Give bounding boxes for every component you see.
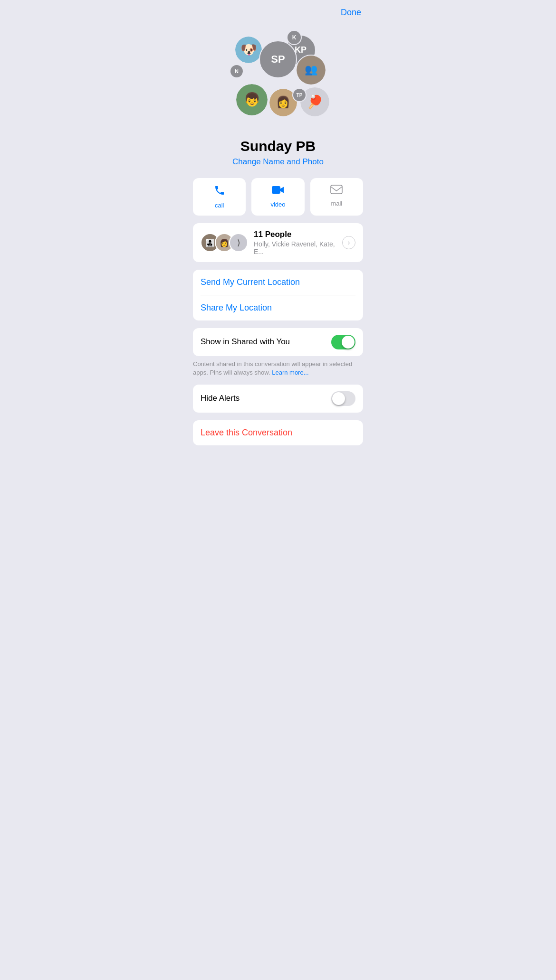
video-icon bbox=[271, 185, 285, 198]
leave-conversation-card: Leave this Conversation bbox=[193, 420, 363, 445]
toggle-knob-2 bbox=[332, 392, 345, 405]
shared-with-you-label: Show in Shared with You bbox=[201, 337, 290, 347]
chevron-right-icon: › bbox=[342, 236, 355, 249]
shared-with-you-card: Show in Shared with You bbox=[193, 328, 363, 356]
avatar-cluster: SP KP K N TP bbox=[226, 26, 330, 131]
avatar-tp: TP bbox=[292, 88, 307, 102]
shared-with-you-description: Content shared in this conversation will… bbox=[193, 360, 363, 377]
hide-alerts-label: Hide Alerts bbox=[201, 394, 240, 403]
toggle-knob bbox=[342, 336, 355, 349]
members-card: 👩‍👧‍👦 👩 ⟩ 11 People Holly, Vickie Ravene… bbox=[193, 223, 363, 262]
send-location-button[interactable]: Send My Current Location bbox=[193, 270, 363, 295]
shared-with-you-toggle[interactable] bbox=[331, 335, 355, 349]
svg-rect-0 bbox=[272, 186, 280, 194]
page-wrapper: Done SP KP K N bbox=[185, 0, 371, 472]
group-name: Sunday PB bbox=[185, 138, 371, 154]
location-card: Send My Current Location Share My Locati… bbox=[193, 270, 363, 320]
done-button[interactable]: Done bbox=[341, 8, 361, 18]
mail-button[interactable]: mail bbox=[310, 178, 363, 216]
avatar-dog bbox=[234, 36, 263, 64]
members-count: 11 People bbox=[254, 230, 336, 239]
hide-alerts-card: Hide Alerts bbox=[193, 385, 363, 413]
avatar-group bbox=[296, 55, 326, 85]
hide-alerts-toggle[interactable] bbox=[331, 391, 355, 406]
header: Done bbox=[185, 0, 371, 21]
avatar-boy bbox=[235, 83, 268, 116]
svg-rect-1 bbox=[331, 185, 342, 194]
members-row[interactable]: 👩‍👧‍👦 👩 ⟩ 11 People Holly, Vickie Ravene… bbox=[193, 223, 363, 262]
avatar-sp: SP bbox=[259, 40, 297, 78]
call-label: call bbox=[215, 202, 224, 209]
member-avatars: 👩‍👧‍👦 👩 ⟩ bbox=[201, 233, 248, 252]
shared-with-you-row: Show in Shared with You bbox=[193, 328, 363, 356]
call-button[interactable]: call bbox=[193, 178, 246, 216]
mail-icon bbox=[330, 185, 343, 197]
change-name-link[interactable]: Change Name and Photo bbox=[185, 157, 371, 167]
video-button[interactable]: video bbox=[251, 178, 304, 216]
leave-conversation-button[interactable]: Leave this Conversation bbox=[193, 420, 363, 445]
members-names: Holly, Vickie Ravenel, Kate, E... bbox=[254, 240, 336, 255]
action-row: call video mail bbox=[193, 178, 363, 216]
learn-more-link[interactable]: Learn more... bbox=[272, 369, 308, 376]
mail-label: mail bbox=[331, 200, 342, 207]
members-text: 11 People Holly, Vickie Ravenel, Kate, E… bbox=[254, 230, 336, 255]
video-label: video bbox=[270, 201, 285, 208]
avatar-k: K bbox=[287, 30, 302, 45]
share-location-button[interactable]: Share My Location bbox=[193, 295, 363, 320]
member-av-3: ⟩ bbox=[229, 233, 248, 252]
avatar-n: N bbox=[230, 64, 244, 78]
hide-alerts-row: Hide Alerts bbox=[193, 385, 363, 413]
phone-icon bbox=[214, 185, 225, 199]
